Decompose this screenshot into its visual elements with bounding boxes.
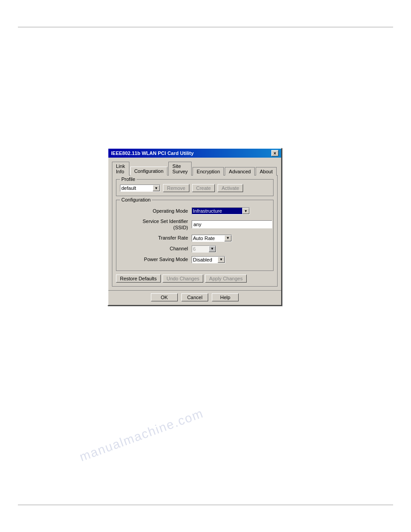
dialog-window: IEEE802.11b WLAN PCI Card Utility × Link… [107, 148, 282, 306]
tab-encryption[interactable]: Encryption [193, 167, 224, 176]
dialog-footer: OK Cancel Help [108, 290, 281, 305]
remove-button[interactable]: Remove [163, 184, 189, 192]
tab-site-survey[interactable]: Site Survey [168, 162, 192, 176]
profile-select-wrapper: default ▼ [120, 184, 160, 192]
dialog-content: Link Info Configuration Site Survey Encr… [108, 158, 281, 290]
power-saving-select[interactable]: Disabled Enabled [192, 256, 225, 263]
power-saving-label: Power Saving Mode [120, 256, 192, 262]
tab-about[interactable]: About [256, 167, 277, 176]
channel-select[interactable]: 6 12345 7891011 [192, 245, 216, 253]
tab-bar: Link Info Configuration Site Survey Encr… [112, 160, 278, 175]
profile-select[interactable]: default [120, 184, 160, 192]
config-table: Operating Mode Infrastructure Ad Hoc Acc… [120, 207, 270, 263]
tab-link-info[interactable]: Link Info [112, 162, 129, 176]
title-bar: IEEE802.11b WLAN PCI Card Utility × [108, 149, 281, 158]
transfer-rate-select-wrapper: Auto Rate 1 Mbps 2 Mbps 5.5 Mbps 11 Mbps… [192, 235, 232, 242]
ssid-row: Service Set Identifier(SSID) [120, 218, 270, 231]
close-button[interactable]: × [271, 150, 278, 156]
ok-button[interactable]: OK [151, 293, 178, 301]
operating-mode-label: Operating Mode [120, 208, 192, 214]
ssid-control [192, 220, 272, 228]
dialog-title: IEEE802.11b WLAN PCI Card Utility [111, 150, 194, 156]
operating-mode-row: Operating Mode Infrastructure Ad Hoc Acc… [120, 207, 270, 215]
operating-mode-select-wrapper: Infrastructure Ad Hoc Access Point ▼ [192, 207, 250, 215]
page: manualmachine.com IEEE802.11b WLAN PCI C… [0, 0, 411, 532]
create-button[interactable]: Create [192, 184, 215, 192]
transfer-rate-control: Auto Rate 1 Mbps 2 Mbps 5.5 Mbps 11 Mbps… [192, 235, 270, 242]
profile-legend: Profile [120, 176, 137, 182]
ssid-input[interactable] [192, 220, 272, 228]
ssid-label: Service Set Identifier(SSID) [120, 218, 192, 231]
channel-label: Channel [120, 245, 192, 252]
channel-control: 6 12345 7891011 ▼ [192, 245, 270, 253]
channel-select-wrapper: 6 12345 7891011 ▼ [192, 245, 216, 253]
operating-mode-select[interactable]: Infrastructure Ad Hoc Access Point [192, 207, 250, 215]
profile-row: default ▼ Remove Create Activate [120, 184, 270, 192]
apply-changes-button[interactable]: Apply Changes [205, 275, 247, 283]
configuration-legend: Configuration [120, 197, 152, 202]
undo-changes-button[interactable]: Undo Changes [163, 275, 203, 283]
power-saving-select-wrapper: Disabled Enabled ▼ [192, 256, 225, 263]
watermark: manualmachine.com [77, 406, 206, 464]
restore-defaults-button[interactable]: Restore Defaults [116, 275, 161, 283]
configuration-group: Configuration Operating Mode Infrastruct… [116, 200, 274, 271]
action-buttons: Restore Defaults Undo Changes Apply Chan… [116, 275, 274, 283]
activate-button[interactable]: Activate [218, 184, 243, 192]
top-divider [18, 27, 393, 27]
tab-configuration[interactable]: Configuration [130, 167, 167, 176]
power-saving-row: Power Saving Mode Disabled Enabled ▼ [120, 256, 270, 263]
operating-mode-control: Infrastructure Ad Hoc Access Point ▼ [192, 207, 270, 215]
tab-panel-configuration: Profile default ▼ Remove Create Activate [112, 175, 278, 287]
cancel-button[interactable]: Cancel [181, 293, 208, 301]
power-saving-control: Disabled Enabled ▼ [192, 256, 270, 263]
bottom-divider [18, 505, 393, 505]
transfer-rate-row: Transfer Rate Auto Rate 1 Mbps 2 Mbps 5.… [120, 235, 270, 242]
transfer-rate-label: Transfer Rate [120, 235, 192, 241]
help-button[interactable]: Help [212, 293, 239, 301]
transfer-rate-select[interactable]: Auto Rate 1 Mbps 2 Mbps 5.5 Mbps 11 Mbps [192, 235, 232, 242]
tab-advanced[interactable]: Advanced [225, 167, 255, 176]
channel-row: Channel 6 12345 7891011 ▼ [120, 245, 270, 253]
profile-group: Profile default ▼ Remove Create Activate [116, 179, 274, 196]
